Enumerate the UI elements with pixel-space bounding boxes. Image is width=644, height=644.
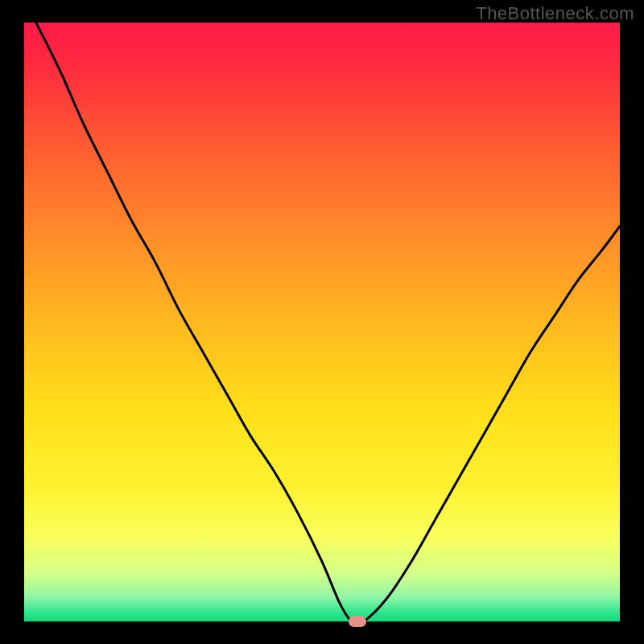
chart-frame: TheBottleneck.com (0, 0, 644, 644)
plot-area (24, 23, 620, 621)
gradient-background (24, 23, 620, 621)
optimal-point-marker (349, 616, 366, 627)
chart-svg (24, 23, 620, 621)
watermark-text: TheBottleneck.com (476, 3, 634, 24)
